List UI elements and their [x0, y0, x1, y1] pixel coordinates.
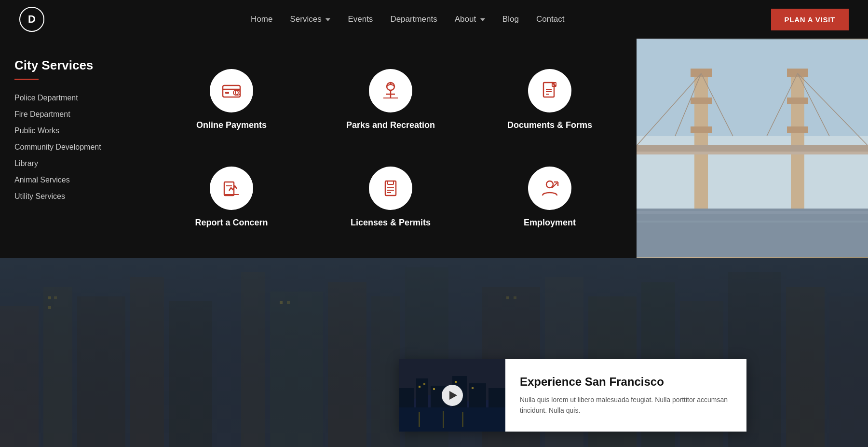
service-icon-circle	[369, 167, 412, 210]
list-item[interactable]: Community Development	[14, 143, 130, 152]
navigation: D Home Services Events Departments About…	[0, 0, 868, 39]
service-employment[interactable]: Employment	[524, 167, 576, 228]
nav-links: Home Services Events Departments About B…	[251, 14, 564, 24]
svg-rect-35	[787, 98, 808, 104]
video-title: Experience San Francisco	[520, 375, 732, 389]
svg-rect-43	[637, 145, 868, 152]
logo[interactable]: D	[19, 7, 44, 32]
sidebar-link-library[interactable]: Library	[14, 159, 38, 168]
svg-rect-30	[691, 69, 712, 77]
sidebar-link-police[interactable]: Police Department	[14, 94, 78, 102]
svg-rect-36	[787, 126, 808, 133]
svg-rect-46	[637, 211, 868, 214]
svg-rect-82	[399, 407, 505, 432]
svg-rect-33	[791, 69, 804, 213]
svg-rect-86	[419, 386, 420, 388]
video-thumbnail	[399, 359, 505, 432]
sidebar-link-publicworks[interactable]: Public Works	[14, 126, 59, 135]
svg-rect-34	[787, 69, 808, 77]
list-item[interactable]: Library	[14, 159, 130, 168]
chevron-down-icon	[326, 18, 330, 21]
nav-departments[interactable]: Departments	[390, 14, 437, 24]
permit-icon	[380, 177, 402, 199]
nav-services[interactable]: Services	[290, 14, 330, 24]
service-icon-circle	[210, 167, 253, 210]
video-card: Experience San Francisco Nulla quis lore…	[399, 359, 746, 432]
sidebar-underline	[14, 79, 39, 80]
document-icon	[539, 80, 561, 102]
payment-icon	[220, 80, 243, 102]
service-label-parks: Parks and Recreation	[346, 120, 435, 130]
svg-rect-47	[637, 221, 868, 223]
list-item[interactable]: Utility Services	[14, 192, 130, 201]
bridge-background	[637, 39, 868, 258]
svg-rect-45	[637, 209, 868, 257]
play-icon	[449, 391, 457, 400]
nav-home[interactable]: Home	[251, 14, 272, 24]
report-icon	[220, 177, 243, 199]
service-parks[interactable]: Parks and Recreation	[346, 69, 435, 130]
bridge-image	[637, 39, 868, 258]
sidebar: City Services Police Department Fire Dep…	[0, 39, 145, 258]
svg-rect-2	[225, 92, 229, 94]
svg-rect-87	[423, 383, 425, 385]
sidebar-title: City Services	[14, 58, 130, 73]
sidebar-link-utility[interactable]: Utility Services	[14, 192, 65, 200]
service-icon-circle	[369, 69, 412, 112]
service-online-payments[interactable]: Online Payments	[196, 69, 267, 130]
list-item[interactable]: Public Works	[14, 126, 130, 135]
service-icon-circle	[528, 167, 571, 210]
svg-rect-90	[472, 387, 474, 389]
service-licenses[interactable]: Licenses & Permits	[351, 167, 431, 228]
city-section: Experience San Francisco Nulla quis lore…	[0, 258, 868, 447]
svg-rect-28	[637, 40, 868, 136]
svg-rect-84	[443, 411, 444, 428]
service-label-employment: Employment	[524, 218, 576, 228]
sidebar-link-community[interactable]: Community Development	[14, 143, 101, 151]
services-grid: Online Payments Parks and Recreation	[145, 39, 637, 258]
list-item[interactable]: Animal Services	[14, 176, 130, 184]
svg-rect-31	[691, 98, 712, 104]
city-services-section: City Services Police Department Fire Dep…	[0, 39, 868, 258]
service-icon-circle	[528, 69, 571, 112]
svg-rect-44	[637, 152, 868, 154]
nav-about[interactable]: About	[455, 14, 485, 24]
service-icon-circle	[210, 69, 253, 112]
sidebar-link-fire[interactable]: Fire Department	[14, 110, 70, 118]
svg-point-8	[390, 83, 392, 85]
service-label-report: Report a Concern	[195, 218, 268, 228]
service-report[interactable]: Report a Concern	[195, 167, 268, 228]
video-description: Nulla quis lorem ut libero malesuada feu…	[520, 394, 732, 416]
plan-visit-button[interactable]: PLAN A VISIT	[771, 9, 849, 30]
play-button[interactable]	[442, 385, 463, 406]
nav-events[interactable]: Events	[348, 14, 373, 24]
video-info: Experience San Francisco Nulla quis lore…	[505, 365, 746, 426]
nav-contact[interactable]: Contact	[536, 14, 565, 24]
svg-point-23	[546, 181, 553, 188]
service-label-payments: Online Payments	[196, 120, 267, 130]
svg-rect-83	[419, 412, 420, 427]
svg-rect-32	[691, 126, 712, 133]
chevron-down-icon	[480, 18, 485, 21]
park-icon	[380, 80, 402, 102]
service-label-licenses: Licenses & Permits	[351, 218, 431, 228]
list-item[interactable]: Fire Department	[14, 110, 130, 119]
svg-rect-89	[455, 381, 457, 383]
service-documents[interactable]: Documents & Forms	[507, 69, 592, 130]
svg-rect-88	[433, 388, 435, 390]
sidebar-list: Police Department Fire Department Public…	[14, 94, 130, 201]
employment-icon	[539, 177, 561, 199]
svg-rect-29	[694, 69, 708, 213]
service-label-documents: Documents & Forms	[507, 120, 592, 130]
svg-rect-85	[462, 412, 463, 427]
list-item[interactable]: Police Department	[14, 94, 130, 102]
nav-blog[interactable]: Blog	[502, 14, 519, 24]
sidebar-link-animal[interactable]: Animal Services	[14, 176, 70, 184]
